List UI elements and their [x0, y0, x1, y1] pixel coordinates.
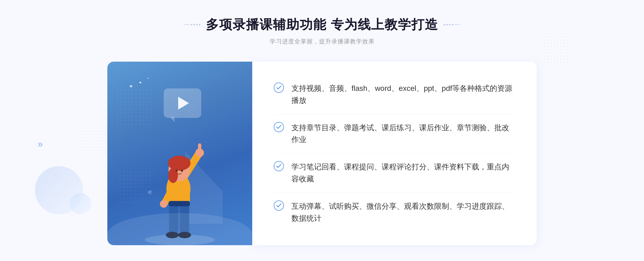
dot-pattern-left [75, 123, 107, 155]
check-icon-4 [274, 200, 284, 211]
feature-text-2: 支持章节目录、弹题考试、课后练习、课后作业、章节测验、批改作业 [291, 122, 515, 146]
page-subtitle: 学习进度全掌握，提升录播课教学效果 [184, 38, 459, 46]
check-icon-3 [274, 161, 284, 171]
chevron-left-icon: » [38, 139, 43, 149]
play-icon [178, 97, 189, 110]
svg-point-12 [175, 170, 178, 172]
svg-rect-6 [198, 143, 201, 154]
title-row: 多项录播课辅助功能 专为线上教学打造 [184, 16, 459, 33]
feature-item-1: 支持视频、音频、flash、word、excel、ppt、pdf等各种格式的资源… [274, 75, 515, 114]
sparkle-dot-2 [148, 78, 149, 79]
sparkle-icon: ✦ [129, 83, 133, 90]
features-panel: 支持视频、音频、flash、word、excel、ppt、pdf等各种格式的资源… [252, 62, 537, 245]
check-icon-1 [274, 83, 284, 93]
svg-text:«: « [148, 187, 152, 196]
page-title: 多项录播课辅助功能 专为线上教学打造 [206, 16, 438, 33]
ground-arc [107, 213, 252, 245]
illustration-card: ✦ [107, 62, 252, 245]
dot-pattern-right [537, 32, 569, 64]
content-area: ✦ [107, 62, 537, 245]
feature-text-3: 学习笔记回看、课程提问、课程评论打分、课件资料下载，重点内容收藏 [291, 161, 515, 185]
feature-item-3: 学习笔记回看、课程提问、课程评论打分、课件资料下载，重点内容收藏 [274, 154, 515, 193]
svg-point-8 [160, 200, 167, 208]
svg-point-10 [168, 156, 191, 171]
feature-text-1: 支持视频、音频、flash、word、excel、ppt、pdf等各种格式的资源… [291, 83, 515, 107]
feature-text-4: 互动弹幕、试听购买、微信分享、观看次数限制、学习进度跟踪、数据统计 [291, 200, 515, 225]
feature-item-4: 互动弹幕、试听购买、微信分享、观看次数限制、学习进度跟踪、数据统计 [274, 193, 515, 232]
sparkle-dot-1 [140, 82, 141, 83]
feature-item-2: 支持章节目录、弹题考试、课后练习、课后作业、章节测验、批改作业 [274, 114, 515, 154]
deco-circle-small [70, 193, 91, 214]
svg-point-13 [181, 170, 183, 172]
title-deco-right [444, 24, 460, 25]
check-icon-2 [274, 122, 284, 132]
page-container: » 多项录播课辅助功能 专为线上教学打造 学习进度全掌握，提升录播课教学效果 [0, 0, 644, 261]
header-section: 多项录播课辅助功能 专为线上教学打造 学习进度全掌握，提升录播课教学效果 [184, 16, 459, 46]
svg-rect-16 [169, 201, 190, 206]
title-deco-left [184, 24, 200, 25]
